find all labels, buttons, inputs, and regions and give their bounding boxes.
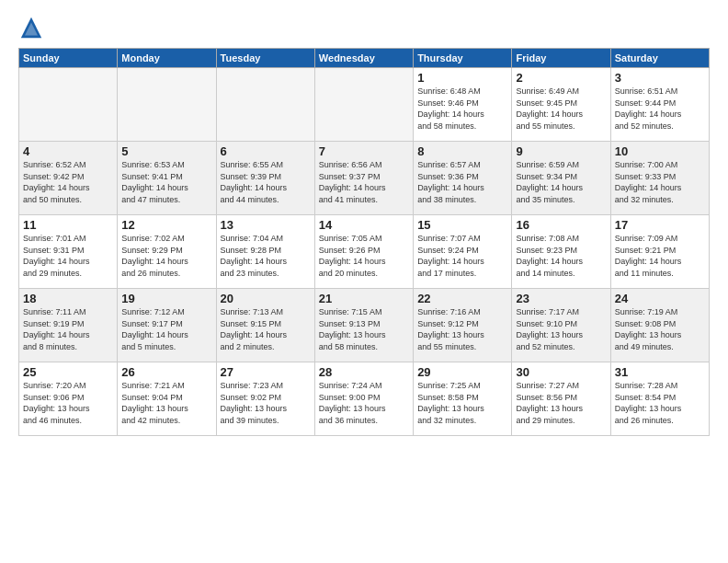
- day-number: 18: [23, 292, 113, 305]
- day-number: 31: [615, 365, 705, 379]
- day-info: Sunrise: 7:24 AM Sunset: 9:00 PM Dayligh…: [319, 380, 409, 426]
- day-info: Sunrise: 6:49 AM Sunset: 9:45 PM Dayligh…: [516, 86, 606, 132]
- day-info: Sunrise: 7:07 AM Sunset: 9:24 PM Dayligh…: [417, 233, 507, 279]
- calendar-cell: 16Sunrise: 7:08 AM Sunset: 9:23 PM Dayli…: [512, 215, 610, 289]
- day-number: 24: [615, 292, 705, 305]
- calendar-cell: 26Sunrise: 7:21 AM Sunset: 9:04 PM Dayli…: [118, 362, 216, 436]
- day-number: 13: [221, 218, 311, 232]
- calendar-cell: 8Sunrise: 6:57 AM Sunset: 9:36 PM Daylig…: [414, 142, 512, 215]
- calendar-cell: 22Sunrise: 7:16 AM Sunset: 9:12 PM Dayli…: [414, 289, 512, 362]
- day-number: 5: [121, 144, 211, 158]
- day-info: Sunrise: 7:13 AM Sunset: 9:15 PM Dayligh…: [221, 306, 311, 352]
- day-number: 26: [121, 365, 211, 379]
- calendar-cell: 10Sunrise: 7:00 AM Sunset: 9:33 PM Dayli…: [610, 142, 709, 215]
- day-number: 30: [516, 365, 606, 379]
- day-info: Sunrise: 6:59 AM Sunset: 9:34 PM Dayligh…: [516, 159, 606, 205]
- calendar-header-wednesday: Wednesday: [314, 49, 413, 68]
- day-info: Sunrise: 6:56 AM Sunset: 9:37 PM Dayligh…: [319, 159, 409, 205]
- calendar-week-4: 18Sunrise: 7:11 AM Sunset: 9:19 PM Dayli…: [19, 289, 710, 362]
- calendar-cell: 31Sunrise: 7:28 AM Sunset: 8:54 PM Dayli…: [610, 362, 709, 436]
- day-info: Sunrise: 7:27 AM Sunset: 8:56 PM Dayligh…: [516, 380, 606, 426]
- calendar-cell: [216, 68, 314, 142]
- calendar-header-row: SundayMondayTuesdayWednesdayThursdayFrid…: [19, 49, 710, 68]
- day-info: Sunrise: 7:15 AM Sunset: 9:13 PM Dayligh…: [319, 306, 409, 352]
- day-number: 1: [417, 71, 507, 85]
- day-number: 23: [516, 292, 606, 305]
- calendar-cell: 28Sunrise: 7:24 AM Sunset: 9:00 PM Dayli…: [314, 362, 413, 436]
- calendar-cell: 2Sunrise: 6:49 AM Sunset: 9:45 PM Daylig…: [512, 68, 610, 142]
- day-info: Sunrise: 7:09 AM Sunset: 9:21 PM Dayligh…: [615, 233, 705, 279]
- calendar-cell: 1Sunrise: 6:48 AM Sunset: 9:46 PM Daylig…: [414, 68, 512, 142]
- day-number: 19: [121, 292, 211, 305]
- calendar-week-1: 1Sunrise: 6:48 AM Sunset: 9:46 PM Daylig…: [19, 68, 710, 142]
- page: SundayMondayTuesdayWednesdayThursdayFrid…: [0, 0, 728, 563]
- day-info: Sunrise: 7:28 AM Sunset: 8:54 PM Dayligh…: [615, 380, 705, 426]
- calendar-cell: 29Sunrise: 7:25 AM Sunset: 8:58 PM Dayli…: [414, 362, 512, 436]
- calendar-week-5: 25Sunrise: 7:20 AM Sunset: 9:06 PM Dayli…: [19, 362, 710, 436]
- day-number: 29: [417, 365, 507, 379]
- day-info: Sunrise: 7:08 AM Sunset: 9:23 PM Dayligh…: [516, 233, 606, 279]
- day-info: Sunrise: 7:20 AM Sunset: 9:06 PM Dayligh…: [23, 380, 113, 426]
- calendar-cell: [19, 68, 118, 142]
- day-info: Sunrise: 6:52 AM Sunset: 9:42 PM Dayligh…: [23, 159, 113, 205]
- day-number: 25: [23, 365, 113, 379]
- day-number: 17: [615, 218, 705, 232]
- calendar-cell: 21Sunrise: 7:15 AM Sunset: 9:13 PM Dayli…: [314, 289, 413, 362]
- day-number: 16: [516, 218, 606, 232]
- day-info: Sunrise: 6:55 AM Sunset: 9:39 PM Dayligh…: [221, 159, 311, 205]
- calendar-cell: 24Sunrise: 7:19 AM Sunset: 9:08 PM Dayli…: [610, 289, 709, 362]
- day-number: 21: [319, 292, 409, 305]
- calendar: SundayMondayTuesdayWednesdayThursdayFrid…: [18, 48, 710, 436]
- day-number: 28: [319, 365, 409, 379]
- calendar-cell: 14Sunrise: 7:05 AM Sunset: 9:26 PM Dayli…: [314, 215, 413, 289]
- calendar-header-sunday: Sunday: [19, 49, 118, 68]
- calendar-header-tuesday: Tuesday: [216, 49, 314, 68]
- calendar-cell: 4Sunrise: 6:52 AM Sunset: 9:42 PM Daylig…: [19, 142, 118, 215]
- calendar-cell: 23Sunrise: 7:17 AM Sunset: 9:10 PM Dayli…: [512, 289, 610, 362]
- day-info: Sunrise: 7:04 AM Sunset: 9:28 PM Dayligh…: [221, 233, 311, 279]
- calendar-cell: 20Sunrise: 7:13 AM Sunset: 9:15 PM Dayli…: [216, 289, 314, 362]
- day-info: Sunrise: 7:11 AM Sunset: 9:19 PM Dayligh…: [23, 306, 113, 352]
- day-info: Sunrise: 7:25 AM Sunset: 8:58 PM Dayligh…: [417, 380, 507, 426]
- calendar-header-saturday: Saturday: [610, 49, 709, 68]
- calendar-cell: 12Sunrise: 7:02 AM Sunset: 9:29 PM Dayli…: [118, 215, 216, 289]
- calendar-cell: 13Sunrise: 7:04 AM Sunset: 9:28 PM Dayli…: [216, 215, 314, 289]
- day-number: 14: [319, 218, 409, 232]
- day-info: Sunrise: 6:48 AM Sunset: 9:46 PM Dayligh…: [417, 86, 507, 132]
- day-info: Sunrise: 6:53 AM Sunset: 9:41 PM Dayligh…: [121, 159, 211, 205]
- logo: [18, 15, 46, 40]
- calendar-week-2: 4Sunrise: 6:52 AM Sunset: 9:42 PM Daylig…: [19, 142, 710, 215]
- day-number: 22: [417, 292, 507, 305]
- day-number: 8: [417, 144, 507, 158]
- calendar-cell: 19Sunrise: 7:12 AM Sunset: 9:17 PM Dayli…: [118, 289, 216, 362]
- day-number: 4: [23, 144, 113, 158]
- calendar-header-thursday: Thursday: [414, 49, 512, 68]
- calendar-week-3: 11Sunrise: 7:01 AM Sunset: 9:31 PM Dayli…: [19, 215, 710, 289]
- day-number: 15: [417, 218, 507, 232]
- calendar-cell: 5Sunrise: 6:53 AM Sunset: 9:41 PM Daylig…: [118, 142, 216, 215]
- calendar-cell: [314, 68, 413, 142]
- day-number: 11: [23, 218, 113, 232]
- day-info: Sunrise: 7:16 AM Sunset: 9:12 PM Dayligh…: [417, 306, 507, 352]
- calendar-cell: 17Sunrise: 7:09 AM Sunset: 9:21 PM Dayli…: [610, 215, 709, 289]
- calendar-cell: 18Sunrise: 7:11 AM Sunset: 9:19 PM Dayli…: [19, 289, 118, 362]
- day-number: 27: [221, 365, 311, 379]
- calendar-cell: 7Sunrise: 6:56 AM Sunset: 9:37 PM Daylig…: [314, 142, 413, 215]
- day-info: Sunrise: 6:51 AM Sunset: 9:44 PM Dayligh…: [615, 86, 705, 132]
- day-number: 6: [221, 144, 311, 158]
- day-number: 7: [319, 144, 409, 158]
- calendar-cell: 25Sunrise: 7:20 AM Sunset: 9:06 PM Dayli…: [19, 362, 118, 436]
- day-info: Sunrise: 7:00 AM Sunset: 9:33 PM Dayligh…: [615, 159, 705, 205]
- calendar-header-monday: Monday: [118, 49, 216, 68]
- calendar-header-friday: Friday: [512, 49, 610, 68]
- calendar-cell: [118, 68, 216, 142]
- day-info: Sunrise: 6:57 AM Sunset: 9:36 PM Dayligh…: [417, 159, 507, 205]
- day-info: Sunrise: 7:12 AM Sunset: 9:17 PM Dayligh…: [121, 306, 211, 352]
- calendar-cell: 30Sunrise: 7:27 AM Sunset: 8:56 PM Dayli…: [512, 362, 610, 436]
- calendar-cell: 15Sunrise: 7:07 AM Sunset: 9:24 PM Dayli…: [414, 215, 512, 289]
- day-number: 9: [516, 144, 606, 158]
- logo-icon: [18, 15, 44, 40]
- day-number: 10: [615, 144, 705, 158]
- calendar-cell: 9Sunrise: 6:59 AM Sunset: 9:34 PM Daylig…: [512, 142, 610, 215]
- day-info: Sunrise: 7:19 AM Sunset: 9:08 PM Dayligh…: [615, 306, 705, 352]
